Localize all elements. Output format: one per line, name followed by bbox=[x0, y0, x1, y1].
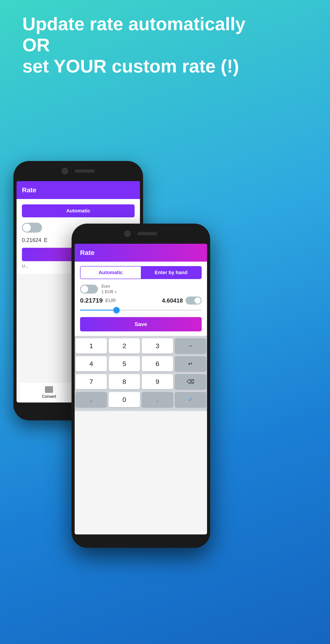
rate-currency-label: EUR bbox=[105, 298, 116, 304]
kb-key-1[interactable]: 1 bbox=[76, 338, 107, 354]
app-bar-front-title: Rate bbox=[80, 249, 94, 256]
currency-equation: 1 EUR = bbox=[102, 289, 117, 295]
speaker-icon bbox=[75, 170, 95, 173]
headline-line3: set YOUR custom rate (!) bbox=[22, 56, 239, 76]
rate-value-row: 0.21719 EUR 4.60418 bbox=[80, 296, 202, 304]
kb-key-4[interactable]: 4 bbox=[76, 356, 107, 372]
tab-group-back[interactable]: Automatic bbox=[22, 204, 134, 217]
kb-row-2: 4 5 6 ↵ bbox=[75, 356, 207, 372]
phone-front-screen: Rate Automatic Enter by hand Euro 1 EUR … bbox=[75, 244, 207, 534]
save-button[interactable]: Save bbox=[80, 317, 202, 332]
kb-key-minus[interactable]: − bbox=[175, 338, 206, 354]
keyboard: 1 2 3 − 4 5 6 ↵ 7 8 9 ⌫ , 0 . ✓ bbox=[75, 336, 207, 411]
phone-front-notch bbox=[72, 224, 210, 244]
rate-left: 0.21719 bbox=[80, 297, 102, 304]
rate-value-back: 0.21624 bbox=[22, 237, 41, 243]
auto-toggle-front[interactable] bbox=[80, 285, 98, 294]
kb-row-4: , 0 . ✓ bbox=[75, 391, 207, 408]
rate-row-front: Euro 1 EUR = bbox=[80, 284, 202, 295]
camera-icon bbox=[62, 168, 68, 174]
tab-front-automatic[interactable]: Automatic bbox=[80, 266, 141, 278]
euro-info: Euro 1 EUR = bbox=[102, 284, 117, 295]
kb-key-7[interactable]: 7 bbox=[76, 374, 107, 389]
kb-key-comma[interactable]: , bbox=[76, 392, 107, 407]
kb-key-9[interactable]: 9 bbox=[142, 374, 173, 389]
app-bar-back-title: Rate bbox=[22, 186, 36, 194]
phone-front: Rate Automatic Enter by hand Euro 1 EUR … bbox=[72, 224, 210, 548]
rate-currency-back: E bbox=[44, 237, 48, 243]
tab-front-manual[interactable]: Enter by hand bbox=[141, 266, 201, 278]
kb-key-3[interactable]: 3 bbox=[142, 338, 173, 354]
phone-back-notch bbox=[14, 161, 143, 181]
kb-key-5[interactable]: 5 bbox=[109, 356, 140, 372]
tab-back-automatic[interactable]: Automatic bbox=[22, 205, 134, 217]
speaker-icon-front bbox=[137, 232, 158, 235]
currency-label: Euro bbox=[102, 284, 117, 289]
app-bar-front: Rate bbox=[75, 244, 207, 262]
camera-icon-front bbox=[124, 230, 130, 237]
headline-text: Update rate automatically OR set YOUR cu… bbox=[22, 14, 308, 77]
kb-key-delete[interactable]: ⌫ bbox=[175, 374, 206, 389]
convert-icon bbox=[45, 386, 53, 393]
rate-slider[interactable] bbox=[80, 307, 202, 314]
slider-thumb[interactable] bbox=[113, 307, 120, 313]
rate-toggle-on[interactable] bbox=[186, 296, 202, 304]
auto-toggle-back[interactable] bbox=[22, 223, 42, 232]
nav-label-convert: Convert bbox=[42, 394, 56, 399]
tab-group-front[interactable]: Automatic Enter by hand bbox=[80, 266, 202, 279]
headline-line2: OR bbox=[22, 35, 50, 55]
kb-row-1: 1 2 3 − bbox=[75, 338, 207, 354]
kb-row-3: 7 8 9 ⌫ bbox=[75, 374, 207, 390]
kb-key-confirm[interactable]: ✓ bbox=[175, 392, 206, 407]
nav-item-convert[interactable]: Convert bbox=[20, 382, 78, 402]
kb-key-dot[interactable]: . bbox=[142, 392, 173, 407]
kb-key-enter[interactable]: ↵ bbox=[175, 356, 206, 372]
rate-screen-content: Automatic Enter by hand Euro 1 EUR = 0.2… bbox=[75, 262, 207, 336]
kb-key-8[interactable]: 8 bbox=[109, 374, 140, 389]
app-bar-back: Rate bbox=[16, 181, 140, 199]
headline-line1: Update rate automatically bbox=[22, 14, 246, 34]
kb-key-0[interactable]: 0 bbox=[109, 392, 140, 407]
slider-track bbox=[80, 310, 202, 310]
kb-key-2[interactable]: 2 bbox=[109, 338, 140, 354]
kb-key-6[interactable]: 6 bbox=[142, 356, 173, 372]
rate-right: 4.60418 bbox=[162, 297, 183, 304]
slider-fill bbox=[80, 310, 116, 310]
